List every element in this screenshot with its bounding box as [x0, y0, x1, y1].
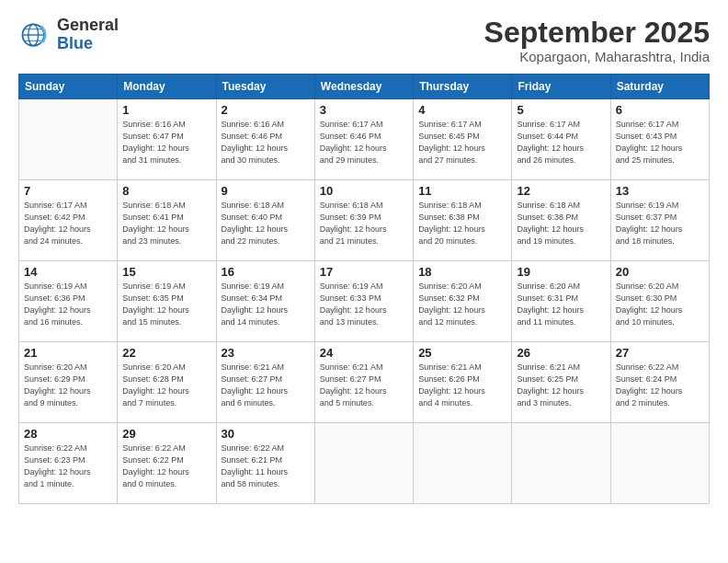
calendar-day-cell: 22Sunrise: 6:20 AM Sunset: 6:28 PM Dayli… — [118, 342, 216, 423]
calendar-day-cell: 18Sunrise: 6:20 AM Sunset: 6:32 PM Dayli… — [414, 261, 512, 342]
title-block: September 2025 Kopargaon, Maharashtra, I… — [484, 17, 710, 64]
calendar-week-row: 28Sunrise: 6:22 AM Sunset: 6:23 PM Dayli… — [19, 423, 710, 504]
calendar-week-row: 1Sunrise: 6:16 AM Sunset: 6:47 PM Daylig… — [19, 99, 710, 180]
calendar-day-cell: 15Sunrise: 6:19 AM Sunset: 6:35 PM Dayli… — [118, 261, 216, 342]
day-info: Sunrise: 6:20 AM Sunset: 6:31 PM Dayligh… — [517, 281, 605, 328]
day-info: Sunrise: 6:18 AM Sunset: 6:39 PM Dayligh… — [320, 200, 408, 247]
day-info: Sunrise: 6:22 AM Sunset: 6:21 PM Dayligh… — [222, 442, 310, 490]
logo-line1: General — [57, 17, 119, 35]
calendar-day-cell: 12Sunrise: 6:18 AM Sunset: 6:38 PM Dayli… — [512, 180, 610, 261]
calendar-day-cell: 7Sunrise: 6:17 AM Sunset: 6:42 PM Daylig… — [19, 180, 118, 261]
day-number: 26 — [517, 346, 605, 360]
calendar-day-header: Wednesday — [314, 75, 413, 99]
day-info: Sunrise: 6:17 AM Sunset: 6:43 PM Dayligh… — [616, 119, 704, 167]
day-number: 6 — [616, 103, 704, 117]
calendar-day-cell: 29Sunrise: 6:22 AM Sunset: 6:22 PM Dayli… — [118, 423, 216, 504]
calendar-day-header: Saturday — [610, 75, 709, 99]
header: General Blue September 2025 Kopargaon, M… — [18, 17, 710, 64]
day-number: 8 — [122, 184, 210, 198]
calendar-week-row: 14Sunrise: 6:19 AM Sunset: 6:36 PM Dayli… — [19, 261, 710, 342]
day-number: 22 — [122, 346, 210, 360]
day-info: Sunrise: 6:20 AM Sunset: 6:32 PM Dayligh… — [418, 281, 506, 328]
day-number: 23 — [222, 346, 310, 360]
calendar-day-cell — [610, 423, 709, 504]
calendar-day-cell: 3Sunrise: 6:17 AM Sunset: 6:46 PM Daylig… — [314, 99, 413, 180]
day-number: 19 — [517, 265, 605, 279]
day-info: Sunrise: 6:22 AM Sunset: 6:24 PM Dayligh… — [616, 362, 704, 409]
day-info: Sunrise: 6:18 AM Sunset: 6:38 PM Dayligh… — [517, 200, 605, 247]
day-info: Sunrise: 6:20 AM Sunset: 6:29 PM Dayligh… — [24, 362, 112, 409]
day-number: 5 — [517, 103, 605, 117]
calendar-day-cell — [19, 99, 118, 180]
calendar-day-cell: 16Sunrise: 6:19 AM Sunset: 6:34 PM Dayli… — [216, 261, 314, 342]
calendar-day-cell: 27Sunrise: 6:22 AM Sunset: 6:24 PM Dayli… — [610, 342, 709, 423]
calendar-day-cell: 5Sunrise: 6:17 AM Sunset: 6:44 PM Daylig… — [512, 99, 610, 180]
day-number: 30 — [222, 427, 310, 441]
calendar-day-cell: 20Sunrise: 6:20 AM Sunset: 6:30 PM Dayli… — [610, 261, 709, 342]
day-number: 7 — [24, 184, 112, 198]
subtitle: Kopargaon, Maharashtra, India — [484, 49, 710, 64]
day-info: Sunrise: 6:17 AM Sunset: 6:46 PM Dayligh… — [320, 119, 408, 167]
day-info: Sunrise: 6:22 AM Sunset: 6:22 PM Dayligh… — [122, 442, 210, 490]
day-info: Sunrise: 6:18 AM Sunset: 6:40 PM Dayligh… — [222, 200, 310, 247]
calendar-day-cell — [512, 423, 610, 504]
calendar-day-cell: 4Sunrise: 6:17 AM Sunset: 6:45 PM Daylig… — [414, 99, 512, 180]
day-number: 4 — [418, 103, 506, 117]
day-number: 15 — [122, 265, 210, 279]
day-info: Sunrise: 6:16 AM Sunset: 6:46 PM Dayligh… — [222, 119, 310, 167]
day-info: Sunrise: 6:19 AM Sunset: 6:37 PM Dayligh… — [616, 200, 704, 247]
day-info: Sunrise: 6:19 AM Sunset: 6:36 PM Dayligh… — [24, 281, 112, 328]
calendar-day-cell: 28Sunrise: 6:22 AM Sunset: 6:23 PM Dayli… — [19, 423, 118, 504]
calendar-day-cell: 30Sunrise: 6:22 AM Sunset: 6:21 PM Dayli… — [216, 423, 314, 504]
calendar-day-cell: 2Sunrise: 6:16 AM Sunset: 6:46 PM Daylig… — [216, 99, 314, 180]
day-number: 14 — [24, 265, 112, 279]
logo-text: General Blue — [57, 17, 119, 53]
calendar-day-cell: 17Sunrise: 6:19 AM Sunset: 6:33 PM Dayli… — [314, 261, 413, 342]
calendar-day-cell: 11Sunrise: 6:18 AM Sunset: 6:38 PM Dayli… — [414, 180, 512, 261]
day-number: 27 — [616, 346, 704, 360]
day-info: Sunrise: 6:18 AM Sunset: 6:41 PM Dayligh… — [122, 200, 210, 247]
day-number: 2 — [222, 103, 310, 117]
logo-line2: Blue — [57, 35, 119, 53]
day-info: Sunrise: 6:17 AM Sunset: 6:42 PM Dayligh… — [24, 200, 112, 247]
day-number: 10 — [320, 184, 408, 198]
calendar-day-header: Thursday — [414, 75, 512, 99]
page: General Blue September 2025 Kopargaon, M… — [0, 0, 728, 563]
calendar-day-cell — [314, 423, 413, 504]
day-info: Sunrise: 6:21 AM Sunset: 6:27 PM Dayligh… — [320, 362, 408, 409]
day-info: Sunrise: 6:17 AM Sunset: 6:45 PM Dayligh… — [418, 119, 506, 167]
calendar-day-header: Monday — [118, 75, 216, 99]
calendar-day-cell: 25Sunrise: 6:21 AM Sunset: 6:26 PM Dayli… — [414, 342, 512, 423]
day-info: Sunrise: 6:17 AM Sunset: 6:44 PM Dayligh… — [517, 119, 605, 167]
logo-icon — [18, 18, 51, 52]
day-number: 16 — [222, 265, 310, 279]
day-number: 3 — [320, 103, 408, 117]
calendar-day-cell: 24Sunrise: 6:21 AM Sunset: 6:27 PM Dayli… — [314, 342, 413, 423]
day-number: 28 — [24, 427, 112, 441]
calendar-day-cell: 13Sunrise: 6:19 AM Sunset: 6:37 PM Dayli… — [610, 180, 709, 261]
calendar-week-row: 21Sunrise: 6:20 AM Sunset: 6:29 PM Dayli… — [19, 342, 710, 423]
day-info: Sunrise: 6:16 AM Sunset: 6:47 PM Dayligh… — [122, 119, 210, 167]
day-number: 12 — [517, 184, 605, 198]
day-info: Sunrise: 6:19 AM Sunset: 6:35 PM Dayligh… — [122, 281, 210, 328]
main-title: September 2025 — [484, 17, 710, 49]
day-number: 11 — [418, 184, 506, 198]
day-number: 29 — [122, 427, 210, 441]
calendar-day-cell: 19Sunrise: 6:20 AM Sunset: 6:31 PM Dayli… — [512, 261, 610, 342]
day-info: Sunrise: 6:19 AM Sunset: 6:34 PM Dayligh… — [222, 281, 310, 328]
day-info: Sunrise: 6:20 AM Sunset: 6:30 PM Dayligh… — [616, 281, 704, 328]
calendar-week-row: 7Sunrise: 6:17 AM Sunset: 6:42 PM Daylig… — [19, 180, 710, 261]
day-number: 9 — [222, 184, 310, 198]
day-info: Sunrise: 6:21 AM Sunset: 6:25 PM Dayligh… — [517, 362, 605, 409]
calendar-day-cell: 6Sunrise: 6:17 AM Sunset: 6:43 PM Daylig… — [610, 99, 709, 180]
calendar-day-cell — [414, 423, 512, 504]
calendar-day-cell: 23Sunrise: 6:21 AM Sunset: 6:27 PM Dayli… — [216, 342, 314, 423]
day-info: Sunrise: 6:21 AM Sunset: 6:27 PM Dayligh… — [222, 362, 310, 409]
calendar-day-cell: 14Sunrise: 6:19 AM Sunset: 6:36 PM Dayli… — [19, 261, 118, 342]
day-number: 13 — [616, 184, 704, 198]
calendar-day-header: Sunday — [19, 75, 118, 99]
calendar-day-cell: 10Sunrise: 6:18 AM Sunset: 6:39 PM Dayli… — [314, 180, 413, 261]
day-info: Sunrise: 6:22 AM Sunset: 6:23 PM Dayligh… — [24, 442, 112, 490]
calendar-day-cell: 26Sunrise: 6:21 AM Sunset: 6:25 PM Dayli… — [512, 342, 610, 423]
day-info: Sunrise: 6:18 AM Sunset: 6:38 PM Dayligh… — [418, 200, 506, 247]
